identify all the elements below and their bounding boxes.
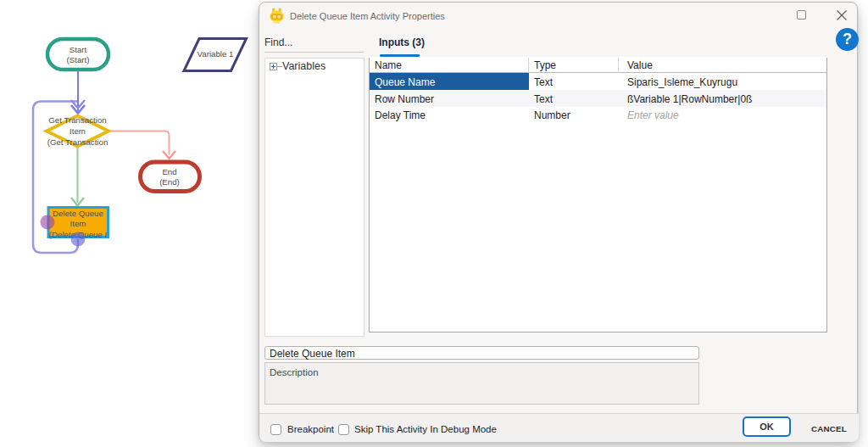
svg-text:Variable 1: Variable 1 xyxy=(198,49,234,59)
svg-text:(End): (End) xyxy=(159,177,180,187)
svg-text:(Start): (Start) xyxy=(67,55,90,64)
svg-text:Start: Start xyxy=(70,45,87,54)
svg-text:End: End xyxy=(162,167,176,176)
svg-text:Item: Item xyxy=(70,219,86,228)
svg-text:Delete Queue: Delete Queue xyxy=(53,209,103,218)
svg-text:(Get Transaction: (Get Transaction xyxy=(47,137,108,147)
svg-text:Get Transaction: Get Transaction xyxy=(48,115,106,125)
svg-text:Item: Item xyxy=(70,126,86,136)
